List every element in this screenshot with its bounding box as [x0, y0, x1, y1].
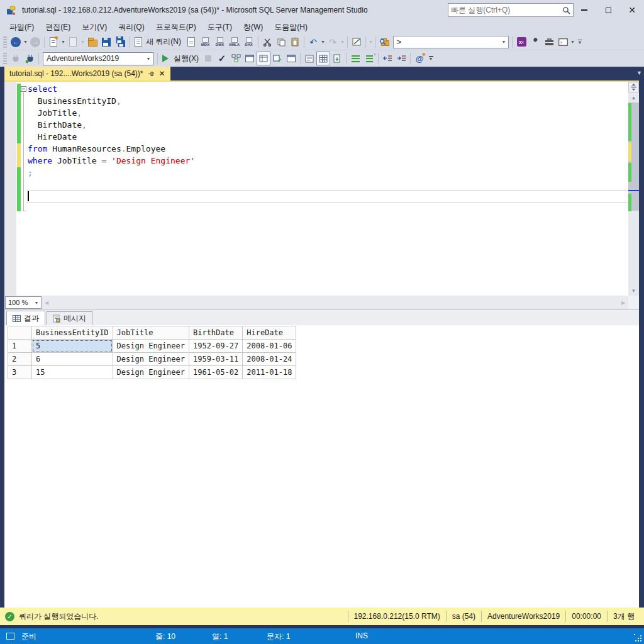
grid-row-header[interactable]: 1 — [8, 340, 32, 353]
code-line[interactable]: where JobTitle = 'Design Engineer' — [28, 155, 624, 167]
new-project-dropdown[interactable]: ▼ — [60, 35, 66, 49]
undo-dropdown[interactable]: ▼ — [320, 35, 326, 49]
dmx-query-icon[interactable]: DMX — [213, 35, 227, 49]
toolbox-icon[interactable] — [542, 35, 556, 49]
toolbar2-overflow-button[interactable]: ▼ — [426, 52, 435, 65]
grid-cell[interactable]: 1952-09-27 — [189, 340, 242, 353]
grid-cell[interactable]: 6 — [32, 353, 113, 366]
close-button[interactable]: ✕ — [620, 0, 644, 20]
quick-launch-search[interactable] — [448, 3, 574, 17]
zoom-combobox[interactable]: 100 % ▼ — [5, 296, 42, 309]
query-window-pin-icon[interactable] — [284, 52, 298, 65]
grid-cell[interactable]: Design Engineer — [113, 353, 189, 366]
menu-file[interactable]: 파일(F) — [4, 20, 40, 35]
command-window-icon[interactable]: › — [556, 35, 570, 49]
decrease-indent-icon[interactable] — [380, 52, 394, 65]
sql-editor[interactable]: select BusinessEntityID, JobTitle, Birth… — [4, 82, 639, 296]
grid-cell[interactable]: 5 — [32, 340, 113, 353]
redo-icon[interactable]: ↷ — [326, 35, 340, 49]
toolbar1-overflow-button[interactable]: ▼ — [575, 35, 584, 49]
minimize-button[interactable] — [572, 0, 596, 20]
paste-icon[interactable] — [288, 35, 302, 49]
grid-cell[interactable]: 1959-03-11 — [189, 353, 242, 366]
grid-column-header[interactable]: HireDate — [243, 326, 296, 340]
scroll-right-icon[interactable]: ▶ — [618, 296, 628, 309]
code-line[interactable] — [28, 179, 624, 191]
command-window-dropdown[interactable]: ▼ — [570, 35, 575, 49]
menu-project[interactable]: 프로젝트(P) — [150, 20, 202, 35]
copy-icon[interactable] — [274, 35, 288, 49]
grid-row-header[interactable]: 3 — [8, 366, 32, 379]
grid-cell[interactable]: 1961-05-02 — [189, 366, 242, 379]
extended-events-icon[interactable]: x‹ — [514, 35, 528, 49]
document-tab[interactable]: tutorial.sql - 192....Works2019 (sa (54)… — [4, 67, 170, 80]
editor-vertical-scrollbar[interactable]: ▲ ▼ — [628, 82, 639, 296]
grid-column-header[interactable]: BirthDate — [189, 326, 242, 340]
grid-corner-cell[interactable] — [8, 326, 32, 340]
find-in-files-icon[interactable] — [378, 35, 392, 49]
mdx-query-icon[interactable]: MDX — [198, 35, 213, 49]
grid-column-header[interactable]: BusinessEntityID — [32, 326, 113, 340]
splitter-handle[interactable] — [628, 82, 639, 92]
open-file-icon[interactable] — [86, 35, 99, 49]
dax-query-icon[interactable]: DAX — [242, 35, 256, 49]
add-item-icon[interactable] — [66, 35, 80, 49]
menu-edit[interactable]: 편집(E) — [40, 20, 76, 35]
menu-help[interactable]: 도움말(H) — [269, 20, 313, 35]
scroll-down-icon[interactable]: ▼ — [628, 286, 639, 296]
maximize-button[interactable] — [596, 0, 620, 20]
cut-icon[interactable] — [260, 35, 274, 49]
results-to-file-icon[interactable] — [330, 52, 344, 65]
grid-cell[interactable]: 2011-01-18 — [243, 366, 296, 379]
results-to-text-icon[interactable] — [303, 52, 316, 65]
menu-view[interactable]: 보기(V) — [76, 20, 113, 35]
uncomment-lines-icon[interactable]: › — [362, 52, 376, 65]
menu-tools[interactable]: 도구(T) — [202, 20, 238, 35]
redo-dropdown[interactable]: ▼ — [340, 35, 345, 49]
tab-list-dropdown-icon[interactable]: ▼ — [636, 70, 642, 76]
grid-cell[interactable]: 2008-01-24 — [243, 353, 296, 366]
find-combobox-dropdown[interactable]: ▼ — [499, 36, 508, 48]
navigate-back-button[interactable]: ← — [9, 35, 23, 49]
code-line[interactable]: JobTitle, — [28, 107, 624, 119]
add-item-dropdown[interactable]: ▼ — [80, 35, 86, 49]
code-line[interactable]: HireDate — [28, 131, 624, 143]
change-connection-icon[interactable] — [23, 52, 36, 65]
zoom-dropdown-icon[interactable]: ▼ — [32, 297, 41, 308]
scroll-left-icon[interactable]: ◀ — [42, 296, 52, 309]
increase-indent-icon[interactable] — [394, 52, 408, 65]
toolbar-grip[interactable] — [3, 36, 7, 48]
disabled-dropdown[interactable]: ▼ — [368, 35, 374, 49]
connect-icon[interactable] — [9, 52, 23, 65]
query-check-icon[interactable]: ✓ — [270, 52, 284, 65]
grid-column-header[interactable]: JobTitle — [113, 326, 189, 340]
tab-messages[interactable]: 메시지 — [47, 311, 92, 325]
resize-grip[interactable] — [634, 634, 642, 642]
parse-icon[interactable]: ✓ — [215, 52, 229, 65]
code-line[interactable]: from HumanResources.Employee — [28, 143, 624, 155]
find-combobox[interactable]: > ▼ — [393, 36, 509, 48]
execute-button[interactable]: 실행(X) — [174, 53, 199, 64]
navigate-forward-button[interactable]: → — [28, 35, 42, 49]
activity-monitor-icon[interactable] — [350, 35, 364, 49]
tab-close-icon[interactable]: ✕ — [159, 69, 165, 78]
new-database-engine-query-icon[interactable] — [184, 35, 198, 49]
grid-row-header[interactable]: 2 — [8, 353, 32, 366]
database-combobox-dropdown[interactable]: ▼ — [144, 53, 153, 65]
specify-template-values-icon[interactable]: @✱ — [413, 52, 426, 65]
menu-window[interactable]: 창(W) — [238, 20, 269, 35]
pin-icon[interactable] — [148, 70, 155, 77]
code-line[interactable]: ; — [28, 167, 624, 179]
new-query-icon[interactable] — [131, 35, 145, 49]
cancel-query-icon[interactable] — [201, 52, 215, 65]
results-to-grid-icon[interactable] — [316, 52, 330, 65]
grid-cell[interactable]: 2008-01-06 — [243, 340, 296, 353]
new-project-icon[interactable]: ✱ — [47, 35, 60, 49]
code-lines[interactable]: select BusinessEntityID, JobTitle, Birth… — [28, 83, 624, 203]
code-line[interactable]: BusinessEntityID, — [28, 95, 624, 107]
navigate-back-dropdown[interactable]: ▼ — [23, 35, 28, 49]
code-line[interactable] — [28, 191, 624, 203]
grid-cell[interactable]: Design Engineer — [113, 366, 189, 379]
client-statistics-icon[interactable] — [257, 52, 270, 65]
code-line[interactable]: BirthDate, — [28, 119, 624, 131]
